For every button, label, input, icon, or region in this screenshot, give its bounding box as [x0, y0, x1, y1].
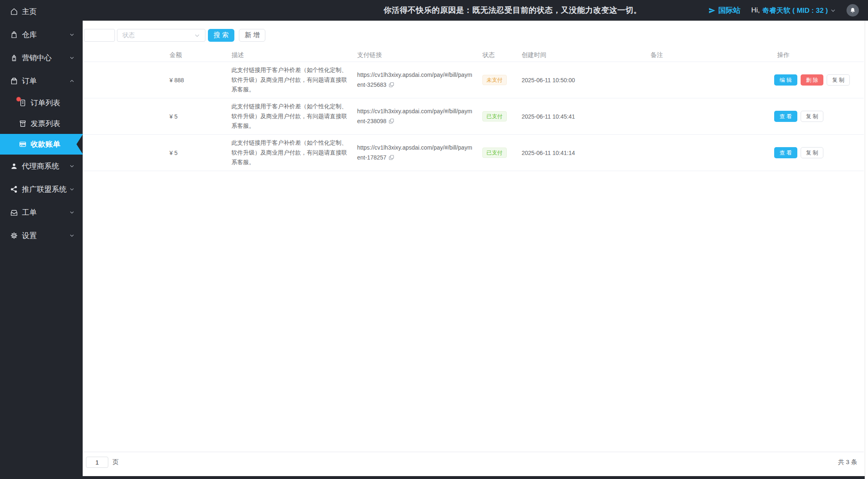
app-root: 你活得不快乐的原因是：既无法忍受目前的状态，又没能力改变这一切。 国际站 Hi,… — [0, 0, 868, 479]
home-icon — [10, 7, 18, 16]
edit-button[interactable]: 编 辑 — [774, 74, 797, 86]
chevron-down-icon — [69, 164, 74, 169]
copy-icon[interactable] — [389, 81, 394, 91]
add-button[interactable]: 新 增 — [239, 29, 265, 42]
payment-link-cell: https://cv1lh3xixy.apsdai.com/pay/#/bill… — [353, 143, 478, 163]
status-badge: 已支付 — [482, 111, 507, 122]
status-cell: 已支付 — [478, 148, 517, 158]
table-header-description: 描述 — [227, 51, 353, 59]
actions-cell: 查 看 复 制 — [773, 147, 864, 158]
copy-button[interactable]: 复 制 — [827, 74, 850, 86]
sidebar-item-label: 订单 — [22, 76, 37, 86]
table-header-row: 金额 描述 支付链接 状态 创建时间 备注 操作 — [83, 49, 864, 62]
time-cell: 2025-06-11 10:50:00 — [517, 77, 646, 83]
gear-icon — [10, 231, 18, 240]
status-select-placeholder: 状态 — [122, 31, 135, 39]
site-link-label: 国际站 — [718, 5, 741, 15]
greeting-text: Hi, — [751, 6, 760, 14]
user-menu[interactable]: Hi, 奇睿天软 ( MID : 32 ) — [751, 6, 836, 15]
chevron-down-icon — [69, 233, 74, 238]
status-cell: 已支付 — [478, 111, 517, 122]
description-cell: 此支付链接用于客户补价差（如个性化定制、 软件升级）及商业用户付款，有问题请直接… — [227, 138, 353, 167]
sidebar-item-label: 推广联盟系统 — [22, 184, 67, 194]
bottom-strip — [0, 476, 865, 479]
username-text: 奇睿天软 ( MID : 32 ) — [762, 6, 828, 15]
sidebar-item-orders[interactable]: 订单 — [0, 69, 83, 93]
sidebar-item-label: 仓库 — [22, 30, 37, 40]
send-icon — [708, 7, 715, 14]
payment-link-cell: https://cv1lh3xixy.apsdai.com/pay/#/bill… — [353, 70, 478, 91]
topbar-quote: 你活得不快乐的原因是：既无法忍受目前的状态，又没能力改变这一切。 — [384, 0, 641, 21]
status-badge: 已支付 — [482, 148, 507, 158]
page-number-input[interactable] — [86, 457, 108, 468]
actions-cell: 查 看 复 制 — [773, 111, 864, 122]
view-button[interactable]: 查 看 — [774, 147, 797, 158]
scrollbar-track[interactable] — [865, 21, 868, 479]
sidebar-item-label: 发票列表 — [31, 119, 60, 129]
status-select[interactable]: 状态 — [117, 29, 205, 42]
description-cell: 此支付链接用于客户补价差（如个性化定制、 软件升级）及商业用户付款，有问题请直接… — [227, 102, 353, 131]
order-list-icon — [19, 99, 27, 107]
delete-button[interactable]: 删 除 — [801, 74, 824, 86]
table-row: ¥ 5 此支付链接用于客户补价差（如个性化定制、 软件升级）及商业用户付款，有问… — [83, 135, 864, 171]
sidebar: 主页 仓库 营销中心 订单 — [0, 0, 83, 479]
description-cell: 此支付链接用于客户补价差（如个性化定制、 软件升级）及商业用户付款，有问题请直接… — [227, 65, 353, 95]
site-link[interactable]: 国际站 — [708, 5, 741, 15]
amount-cell: ¥ 5 — [165, 113, 227, 120]
copy-icon[interactable] — [389, 153, 394, 163]
table-row: ¥ 888 此支付链接用于客户补价差（如个性化定制、 软件升级）及商业用户付款，… — [83, 62, 864, 98]
notification-dot — [17, 97, 21, 101]
sidebar-item-tickets[interactable]: 工单 — [0, 201, 83, 224]
sidebar-item-invoice-list[interactable]: 发票列表 — [0, 113, 83, 134]
sidebar-item-settings[interactable]: 设置 — [0, 224, 83, 247]
copy-button[interactable]: 复 制 — [801, 111, 824, 122]
copy-icon[interactable] — [389, 117, 394, 127]
chevron-down-icon — [69, 32, 74, 37]
bell-icon — [849, 7, 856, 14]
actions-cell: 编 辑 删 除 复 制 — [773, 74, 864, 86]
table-row: ¥ 5 此支付链接用于客户补价差（如个性化定制、 软件升级）及商业用户付款，有问… — [83, 98, 864, 135]
table-header-status: 状态 — [478, 51, 517, 59]
sidebar-item-label: 设置 — [22, 231, 37, 241]
status-badge: 未支付 — [482, 75, 507, 85]
chevron-down-icon — [69, 187, 74, 192]
table-header-remark: 备注 — [646, 51, 773, 59]
time-cell: 2025-06-11 10:41:14 — [517, 150, 646, 156]
affiliate-icon — [10, 185, 18, 193]
sidebar-item-label: 营销中心 — [22, 53, 52, 63]
chevron-down-icon — [69, 55, 74, 60]
amount-cell: ¥ 888 — [165, 77, 227, 83]
sidebar-item-marketing[interactable]: 营销中心 — [0, 46, 83, 69]
search-button[interactable]: 搜 索 — [208, 29, 234, 42]
chevron-up-icon — [69, 79, 74, 83]
sidebar-item-warehouse[interactable]: 仓库 — [0, 23, 83, 46]
sidebar-item-label: 代理商系统 — [22, 161, 59, 171]
bills-table: 金额 描述 支付链接 状态 创建时间 备注 操作 ¥ 888 此支付链接用于客户… — [83, 49, 864, 171]
sidebar-item-label: 订单列表 — [31, 98, 60, 108]
total-count-label: 共 3 条 — [838, 457, 857, 468]
sidebar-item-label: 收款账单 — [31, 139, 60, 149]
sidebar-item-agent-system[interactable]: 代理商系统 — [0, 155, 83, 178]
chevron-down-icon — [69, 210, 74, 215]
sidebar-item-order-list[interactable]: 订单列表 — [0, 93, 83, 113]
amount-cell: ¥ 5 — [165, 150, 227, 156]
sidebar-item-affiliate-system[interactable]: 推广联盟系统 — [0, 178, 83, 201]
topbar-right-cluster: 国际站 Hi, 奇睿天软 ( MID : 32 ) — [708, 0, 859, 21]
notification-avatar[interactable] — [847, 4, 859, 17]
chevron-down-icon — [194, 33, 200, 38]
footer-divider — [83, 452, 864, 452]
copy-button[interactable]: 复 制 — [801, 147, 824, 158]
sidebar-item-home[interactable]: 主页 — [0, 0, 83, 23]
sidebar-item-label: 工单 — [22, 207, 37, 217]
time-cell: 2025-06-11 10:45:41 — [517, 113, 646, 120]
marketing-icon — [10, 54, 18, 62]
payment-link-cell: https://cv1lh3xixy.apsdai.com/pay/#/bill… — [353, 106, 478, 127]
sidebar-item-billing[interactable]: 收款账单 — [0, 134, 83, 155]
status-cell: 未支付 — [478, 75, 517, 85]
agent-icon — [10, 162, 18, 170]
table-header-link: 支付链接 — [353, 51, 478, 59]
keyword-input[interactable] — [84, 29, 115, 42]
view-button[interactable]: 查 看 — [774, 111, 797, 122]
table-header-amount: 金额 — [165, 51, 227, 59]
table-header-time: 创建时间 — [517, 51, 646, 59]
